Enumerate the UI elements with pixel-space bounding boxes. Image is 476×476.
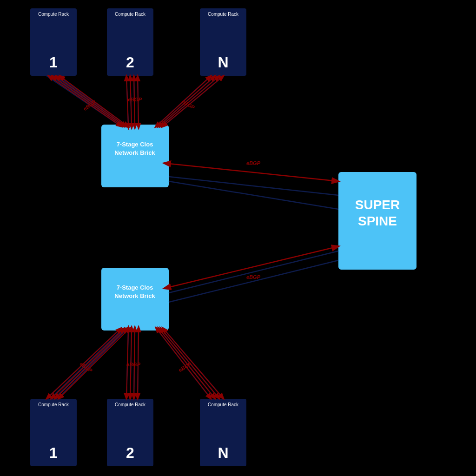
bgp-label-top-brick-spine: eBGP (246, 160, 261, 166)
bottom-brick-label-2: Network Brick (114, 292, 155, 299)
rack-top-n-label: Compute Rack (208, 12, 239, 17)
network-diagram: Compute Rack 1 Compute Rack 2 Compute Ra… (0, 0, 476, 476)
rack-top-1-label: Compute Rack (38, 12, 69, 17)
top-brick-label-2: Network Brick (114, 149, 155, 156)
rack-bot-2-label: Compute Rack (115, 402, 146, 407)
rack-top-2-number: 2 (126, 54, 134, 71)
super-spine-label-1: SUPER (355, 198, 400, 212)
rack-bot-2-number: 2 (126, 444, 134, 461)
bgp-label-top-mid: eBGP (128, 97, 142, 102)
diagram-canvas: Compute Rack 1 Compute Rack 2 Compute Ra… (0, 0, 476, 476)
top-brick-label-1: 7-Stage Clos (117, 141, 153, 148)
rack-top-2-label: Compute Rack (115, 12, 146, 17)
bgp-label-bot-mid: eBGP (126, 362, 141, 367)
rack-top-1-number: 1 (49, 54, 58, 71)
rack-bot-n-number: N (218, 444, 228, 461)
rack-bot-1-label: Compute Rack (38, 402, 69, 407)
bottom-brick-label-1: 7-Stage Clos (117, 284, 153, 291)
bgp-label-bot-brick-spine: eBGP (246, 274, 261, 280)
rack-top-n-number: N (218, 54, 228, 71)
rack-bot-n-label: Compute Rack (208, 402, 239, 407)
super-spine-label-2: SPINE (358, 214, 397, 228)
rack-bot-1-number: 1 (49, 444, 58, 461)
